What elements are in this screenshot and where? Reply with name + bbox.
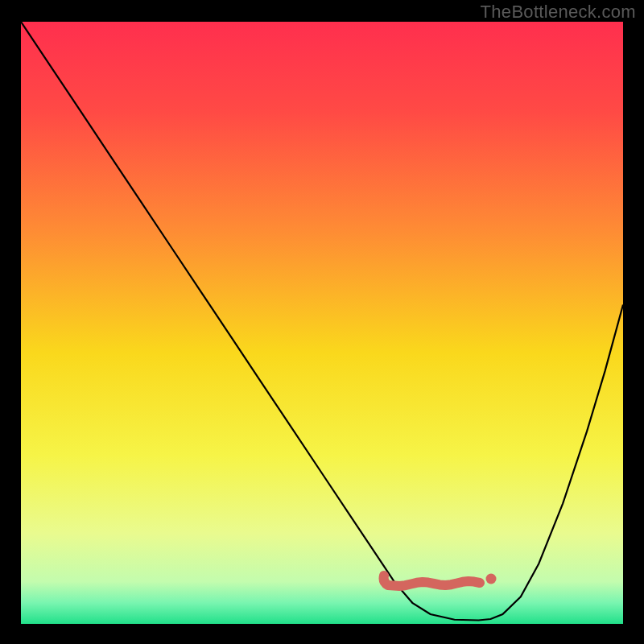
chart-stage: TheBottleneck.com (0, 0, 644, 644)
watermark-text: TheBottleneck.com (481, 2, 636, 23)
bottleneck-plot (21, 22, 623, 624)
gradient-background (21, 22, 623, 624)
optimal-point-dot (486, 574, 497, 584)
